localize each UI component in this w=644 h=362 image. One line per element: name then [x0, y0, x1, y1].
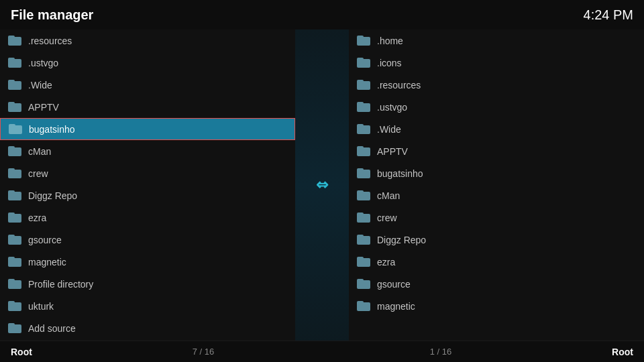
folder-icon	[8, 58, 21, 68]
item-label: ezra	[377, 257, 395, 267]
item-label: ukturk	[28, 301, 54, 312]
list-item[interactable]: .ustvgo	[0, 52, 295, 74]
folder-icon	[8, 235, 21, 245]
item-label: Diggz Repo	[28, 190, 77, 201]
transfer-icon: ⇔	[316, 176, 328, 194]
list-item[interactable]: crew	[0, 162, 295, 184]
main-area: .resources.ustvgo.WideAPPTVbugatsinhocMa…	[0, 29, 644, 341]
list-item[interactable]: magnetic	[349, 295, 644, 317]
item-label: bugatsinho	[29, 124, 75, 135]
clock: 4:24 PM	[584, 7, 633, 23]
folder-icon	[8, 36, 21, 46]
folder-icon	[357, 168, 370, 178]
folder-icon	[357, 279, 370, 289]
folder-icon	[357, 80, 370, 90]
footer: Root 7 / 16 1 / 16 Root	[0, 341, 644, 362]
item-label: gsource	[377, 279, 411, 290]
item-label: gsource	[28, 235, 62, 245]
left-count: 7 / 16	[193, 347, 215, 357]
list-item[interactable]: Diggz Repo	[349, 229, 644, 251]
list-item[interactable]: bugatsinho	[0, 118, 295, 140]
right-file-list: .home.icons.resources.ustvgo.WideAPPTVbu…	[349, 29, 644, 317]
folder-icon	[9, 124, 22, 134]
folder-icon	[357, 235, 370, 245]
folder-icon	[357, 213, 370, 223]
list-item[interactable]: .Wide	[349, 118, 644, 140]
list-item[interactable]: .resources	[349, 74, 644, 96]
item-label: ezra	[28, 213, 46, 223]
folder-icon	[8, 323, 21, 333]
folder-icon	[357, 146, 370, 156]
item-label: magnetic	[377, 301, 415, 312]
folder-icon	[8, 190, 21, 200]
item-label: crew	[28, 168, 48, 179]
folder-icon	[8, 301, 21, 311]
list-item[interactable]: gsource	[0, 229, 295, 251]
folder-icon	[357, 58, 370, 68]
list-item[interactable]: bugatsinho	[349, 162, 644, 184]
list-item[interactable]: APPTV	[0, 96, 295, 118]
center-divider: ⇔	[295, 29, 349, 341]
item-label: cMan	[28, 146, 51, 157]
list-item[interactable]: .resources	[0, 29, 295, 52]
folder-icon	[8, 168, 21, 178]
item-label: .ustvgo	[377, 102, 407, 113]
app-title: File manager	[11, 7, 93, 23]
list-item[interactable]: ukturk	[0, 295, 295, 317]
list-item[interactable]: cMan	[349, 184, 644, 206]
item-label: .resources	[28, 36, 72, 46]
list-item[interactable]: crew	[349, 206, 644, 229]
list-item[interactable]: Profile directory	[0, 273, 295, 295]
folder-icon	[357, 124, 370, 134]
item-label: Diggz Repo	[377, 235, 426, 245]
list-item[interactable]: ezra	[349, 251, 644, 273]
header: File manager 4:24 PM	[0, 0, 644, 29]
folder-icon	[8, 102, 21, 112]
folder-icon	[8, 80, 21, 90]
folder-icon	[357, 257, 370, 267]
folder-icon	[357, 301, 370, 311]
list-item[interactable]: APPTV	[349, 140, 644, 162]
list-item[interactable]: gsource	[349, 273, 644, 295]
folder-icon	[8, 257, 21, 267]
item-label: .icons	[377, 58, 402, 68]
list-item[interactable]: magnetic	[0, 251, 295, 273]
item-label: Profile directory	[28, 279, 93, 290]
left-panel: .resources.ustvgo.WideAPPTVbugatsinhocMa…	[0, 29, 295, 341]
list-item[interactable]: Add source	[0, 317, 295, 339]
list-item[interactable]: ezra	[0, 206, 295, 229]
folder-icon	[8, 146, 21, 156]
item-label: Add source	[28, 323, 76, 334]
right-count: 1 / 16	[430, 347, 452, 357]
item-label: APPTV	[28, 102, 59, 113]
item-label: magnetic	[28, 257, 66, 267]
item-label: crew	[377, 213, 397, 223]
item-label: bugatsinho	[377, 168, 423, 179]
item-label: .resources	[377, 80, 421, 90]
list-item[interactable]: .Wide	[0, 74, 295, 96]
folder-icon	[8, 213, 21, 223]
folder-icon	[357, 190, 370, 200]
item-label: .Wide	[377, 124, 401, 135]
item-label: .Wide	[28, 80, 52, 90]
left-file-list: .resources.ustvgo.WideAPPTVbugatsinhocMa…	[0, 29, 295, 339]
item-label: cMan	[377, 190, 400, 201]
folder-icon	[8, 279, 21, 289]
list-item[interactable]: Diggz Repo	[0, 184, 295, 206]
item-label: .home	[377, 36, 403, 46]
list-item[interactable]: .ustvgo	[349, 96, 644, 118]
list-item[interactable]: .icons	[349, 52, 644, 74]
folder-icon	[357, 36, 370, 46]
item-label: .ustvgo	[28, 58, 58, 68]
folder-icon	[357, 102, 370, 112]
left-root-label: Root	[11, 347, 111, 357]
right-panel: .home.icons.resources.ustvgo.WideAPPTVbu…	[349, 29, 644, 341]
list-item[interactable]: cMan	[0, 140, 295, 162]
right-root-label: Root	[533, 347, 633, 357]
item-label: APPTV	[377, 146, 408, 157]
list-item[interactable]: .home	[349, 29, 644, 52]
